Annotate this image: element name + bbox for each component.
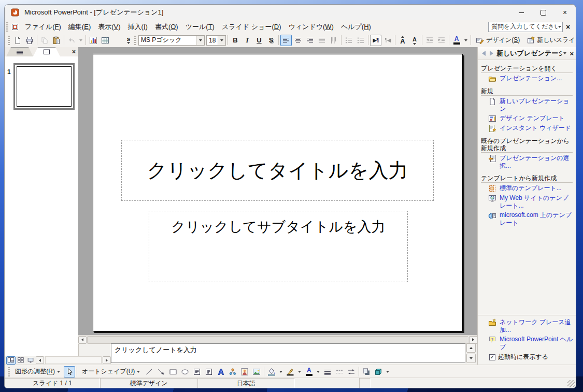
notes-scroll-up-button[interactable] — [466, 343, 476, 353]
align-left-button[interactable] — [280, 35, 292, 46]
close-button[interactable]: × — [554, 5, 576, 20]
arrow-style-button[interactable] — [346, 366, 357, 378]
title-placeholder[interactable]: クリックしてタイトルを入力 — [121, 140, 434, 201]
maximize-button[interactable] — [532, 5, 554, 20]
align-center-button[interactable] — [292, 35, 304, 46]
design-template-link[interactable]: デザイン テンプレート — [488, 114, 574, 123]
insert-wordart-button[interactable] — [215, 366, 226, 378]
task-pane-close-button[interactable]: × — [570, 50, 574, 57]
oval-button[interactable] — [179, 366, 191, 378]
title-bar[interactable]: Microsoft PowerPoint - [プレゼンテーション1] × — [5, 5, 576, 21]
font-size-combo[interactable]: 18 — [206, 35, 226, 46]
fill-color-button[interactable] — [266, 366, 277, 378]
autocontent-wizard-link[interactable]: インスタント ウィザード — [488, 124, 574, 133]
web-site-templates-link[interactable]: My Web サイトのテンプレート... — [488, 194, 574, 210]
fill-color-dropdown-button[interactable] — [278, 366, 284, 378]
font-color-button[interactable]: A — [451, 35, 462, 46]
scroll-left-button[interactable] — [78, 336, 87, 344]
paste-button[interactable] — [51, 35, 62, 46]
new-slide-button[interactable]: 新しいスライド(N) — [523, 34, 576, 46]
insert-picture-button[interactable] — [251, 366, 262, 378]
outline-scrollbar-track[interactable] — [45, 356, 102, 364]
notes-scroll-down-button[interactable] — [466, 354, 476, 363]
outline-scroll-left-button[interactable] — [36, 356, 44, 364]
task-pane-back-icon[interactable] — [482, 51, 486, 56]
line-style-button[interactable] — [322, 366, 333, 378]
question-box[interactable]: 質問を入力してください — [488, 22, 563, 32]
insert-diagram-button[interactable] — [227, 366, 238, 378]
choose-presentation-link[interactable]: プレゼンテーションの選択... — [488, 154, 574, 170]
toolbar-grip[interactable] — [8, 367, 10, 376]
draw-font-color-button[interactable]: A — [303, 366, 315, 378]
menu-help[interactable]: ヘルプ(H) — [337, 21, 375, 32]
minimize-button[interactable] — [510, 5, 532, 20]
font-size-dropdown-button[interactable] — [218, 36, 225, 45]
normal-view-button[interactable] — [6, 356, 16, 365]
panel-close-button[interactable]: × — [72, 48, 76, 55]
question-box-dropdown-icon[interactable] — [558, 26, 561, 28]
general-templates-link[interactable]: 標準のテンプレート... — [488, 184, 574, 193]
menubar-grip[interactable] — [6, 22, 8, 32]
decrease-font-size-button[interactable]: A — [409, 35, 420, 46]
insert-table-button[interactable] — [99, 35, 111, 46]
menu-tools[interactable]: ツール(T) — [182, 21, 218, 32]
insert-clip-art-button[interactable] — [239, 366, 250, 378]
show-at-startup-checkbox[interactable]: ✓ — [489, 354, 495, 360]
insert-chart-button[interactable] — [88, 35, 99, 46]
blank-presentation-link[interactable]: 新しいプレゼンテーション — [488, 97, 574, 113]
arrow-button[interactable] — [155, 366, 167, 378]
outline-scroll-right-button[interactable] — [103, 356, 111, 364]
task-pane-forward-icon[interactable] — [490, 51, 493, 56]
shadow-style-button[interactable] — [361, 366, 372, 378]
powerpoint-help-link[interactable]: ?Microsoft PowerPoint ヘルプ — [488, 336, 574, 351]
text-shadow-button[interactable]: S — [265, 35, 277, 46]
align-right-button[interactable] — [304, 35, 316, 46]
autoshapes-menu-button[interactable]: オートシェイプ(U) — [79, 366, 143, 378]
bold-button[interactable]: B — [230, 35, 241, 46]
slide-sorter-view-button[interactable] — [16, 356, 25, 365]
menu-window[interactable]: ウィンドウ(W) — [285, 21, 337, 32]
task-pane-dropdown-icon[interactable] — [563, 52, 566, 54]
microsoft-templates-link[interactable]: microsoft.com 上のテンプレート — [488, 211, 574, 227]
menu-view[interactable]: 表示(V) — [94, 21, 124, 32]
notes-pane[interactable]: クリックしてノートを入力 — [111, 343, 465, 363]
menu-file[interactable]: ファイル(F) — [21, 21, 65, 32]
drawbar-options-button[interactable] — [385, 366, 391, 378]
dash-style-button[interactable] — [334, 366, 345, 378]
menubar-close-button[interactable]: × — [563, 23, 573, 31]
italic-button[interactable]: I — [241, 35, 253, 46]
vertical-text-box-button[interactable] — [203, 366, 215, 378]
draw-menu-button[interactable]: 図形の調整(R) — [12, 366, 63, 378]
menu-edit[interactable]: 編集(E) — [65, 21, 94, 32]
window-resize-grip[interactable] — [567, 380, 575, 387]
rectangle-button[interactable] — [167, 366, 179, 378]
outline-tab[interactable] — [6, 47, 33, 56]
toolbar-grip[interactable] — [8, 36, 10, 45]
line-color-dropdown-button[interactable] — [296, 366, 303, 378]
add-network-place-link[interactable]: ネットワーク プレース追加... — [488, 318, 574, 334]
line-color-button[interactable] — [285, 366, 296, 378]
menu-slideshow[interactable]: スライド ショー(D) — [218, 21, 285, 32]
presentation-window-icon[interactable] — [11, 23, 19, 31]
slide-design-button[interactable]: デザイン(S) — [473, 34, 523, 46]
slide-canvas[interactable]: クリックしてタイトルを入力 クリックしてサブタイトルを入力 — [93, 54, 463, 331]
open-presentation-link[interactable]: プレゼンテーション... — [488, 75, 574, 83]
font-name-combo[interactable]: MS Pゴシック — [138, 35, 205, 46]
scroll-right-button[interactable] — [469, 336, 477, 344]
menu-insert[interactable]: 挿入(I) — [124, 21, 151, 32]
print-button[interactable] — [24, 35, 35, 46]
increase-font-size-button[interactable]: A — [397, 35, 408, 46]
text-box-button[interactable] — [191, 366, 203, 378]
slide-thumbnail[interactable] — [13, 63, 75, 110]
subtitle-placeholder[interactable]: クリックしてサブタイトルを入力 — [149, 211, 408, 282]
horizontal-scrollbar[interactable] — [78, 335, 477, 344]
toolbar-grip[interactable] — [134, 36, 136, 45]
slides-tab[interactable] — [33, 47, 60, 56]
toolbar-more-button[interactable]: » — [125, 37, 132, 44]
draw-font-color-dropdown-button[interactable] — [315, 366, 321, 378]
ltr-paragraph-button[interactable]: ▶¶ — [370, 35, 381, 46]
three-d-style-button[interactable] — [373, 366, 384, 378]
line-button[interactable] — [144, 366, 155, 378]
menu-format[interactable]: 書式(O) — [151, 21, 182, 32]
underline-button[interactable]: U — [253, 35, 265, 46]
